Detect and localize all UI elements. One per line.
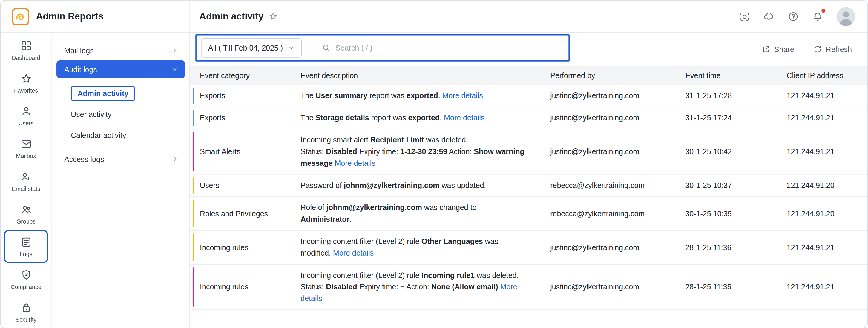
date-filter-dropdown[interactable]: All ( Till Feb 04, 2025 ) xyxy=(201,38,302,58)
cell-performed-by: justinc@zylkertraining.com xyxy=(550,237,685,258)
rail-item-favorites[interactable]: Favorites xyxy=(4,66,48,99)
column-header-event-category: Event category xyxy=(200,70,301,81)
column-header-event-description: Event description xyxy=(301,70,550,81)
help-icon[interactable] xyxy=(788,11,799,22)
table-row[interactable]: Incoming rulesIncoming content filter (L… xyxy=(190,231,867,265)
cell-event-category: Exports xyxy=(200,107,301,129)
refresh-button[interactable]: Refresh xyxy=(813,45,852,54)
app-title: Admin Reports xyxy=(36,11,103,22)
filter-highlight-box: All ( Till Feb 04, 2025 ) xyxy=(195,34,569,62)
cell-client-ip: 121.244.91.21 xyxy=(787,85,868,107)
cell-event-description: Incoming smart alert Recipient Limit was… xyxy=(301,129,550,174)
sidebar-item-audit-logs[interactable]: Audit logs xyxy=(57,60,185,78)
rail-item-groups[interactable]: Groups xyxy=(4,197,48,230)
cell-event-time: 30-1-25 10:42 xyxy=(685,141,786,163)
more-details-link[interactable]: More details xyxy=(444,114,485,122)
cell-event-description: The User summary report was exported. Mo… xyxy=(301,85,550,107)
cell-performed-by: justinc@zylkertraining.com xyxy=(550,276,685,298)
sidebar-item-label: Audit logs xyxy=(64,65,172,74)
sidebar-item-label: Access logs xyxy=(64,155,172,163)
chevron-right-icon xyxy=(172,47,178,54)
table-row[interactable]: UsersPassword of johnm@zylkertraining.co… xyxy=(190,175,867,197)
search-icon xyxy=(322,44,331,52)
favorites-icon xyxy=(20,73,32,84)
table-row[interactable]: Incoming rulesIncoming content filter (L… xyxy=(190,265,867,310)
cell-event-description: Password of johnm@zylkertraining.com was… xyxy=(301,175,550,196)
table-row[interactable]: Smart AlertsIncoming smart alert Recipie… xyxy=(190,129,867,175)
table-row[interactable]: ExportsThe User summary report was expor… xyxy=(190,85,867,107)
cell-event-time: 28-1-25 11:35 xyxy=(685,276,786,298)
sidebar-item-access-logs[interactable]: Access logs xyxy=(57,150,185,168)
rail-item-logs[interactable]: Logs xyxy=(4,230,48,263)
cell-event-category: Users xyxy=(200,175,301,196)
sidebar-item-label: Calendar activity xyxy=(71,131,126,139)
more-details-link[interactable]: More details xyxy=(442,91,483,100)
top-bar: Admin Reports Admin activity xyxy=(1,1,867,33)
table-actions: Share Refresh xyxy=(762,33,852,66)
screen-capture-icon[interactable] xyxy=(739,11,750,22)
search-input[interactable] xyxy=(335,44,519,52)
notification-dot xyxy=(822,9,825,12)
row-accent-bar xyxy=(193,132,194,171)
more-details-link[interactable]: More details xyxy=(333,249,374,257)
table-row[interactable]: ExportsThe Storage details report was ex… xyxy=(190,107,867,129)
app-window: Admin Reports Admin activity xyxy=(0,0,868,328)
rail-item-label: Groups xyxy=(17,218,35,224)
page-title: Admin activity xyxy=(199,11,264,22)
table-header: Event categoryEvent descriptionPerformed… xyxy=(190,66,867,85)
more-details-link[interactable]: More details xyxy=(335,159,375,168)
refresh-label: Refresh xyxy=(826,45,852,54)
share-button[interactable]: Share xyxy=(762,45,794,54)
sidebar-item-user-activity[interactable]: User activity xyxy=(52,104,189,125)
rail-item-dashboard[interactable]: Dashboard xyxy=(4,34,48,66)
row-accent-bar xyxy=(193,177,194,194)
share-icon xyxy=(762,45,771,54)
users-icon xyxy=(20,105,32,117)
cell-event-time: 30-1-25 10:37 xyxy=(685,175,786,196)
row-accent-bar xyxy=(193,88,194,104)
sidebar-children: Admin activityUser activityCalendar acti… xyxy=(52,79,189,149)
cloud-download-icon[interactable] xyxy=(764,11,775,22)
row-accent-bar xyxy=(193,267,194,307)
search-box[interactable] xyxy=(322,39,520,57)
chevron-right-icon xyxy=(172,156,178,163)
table-row[interactable]: Roles and PrivilegesRole of johnm@zylker… xyxy=(190,197,867,231)
cell-event-description: Incoming content filter (Level 2) rule O… xyxy=(301,231,550,264)
refresh-icon xyxy=(813,45,822,54)
rail-item-email-stats[interactable]: Email stats xyxy=(4,165,48,197)
compliance-icon xyxy=(20,269,32,280)
main-content: All ( Till Feb 04, 2025 ) xyxy=(190,33,867,327)
column-header-event-time: Event time xyxy=(685,70,786,81)
row-accent-bar xyxy=(193,234,194,261)
mailbox-icon xyxy=(20,138,32,149)
cell-client-ip: 121.244.91.21 xyxy=(787,276,868,298)
sidebar-item-label: Mail logs xyxy=(64,46,172,55)
app-logo-icon xyxy=(12,7,29,25)
icon-rail: DashboardFavoritesUsersMailboxEmail stat… xyxy=(1,33,52,327)
audit-table: Event categoryEvent descriptionPerformed… xyxy=(190,66,867,328)
sidebar-item-admin-activity[interactable]: Admin activity xyxy=(52,83,189,104)
cell-event-category: Smart Alerts xyxy=(200,141,301,163)
column-header-performed-by: Performed by xyxy=(550,70,685,81)
table-body: ExportsThe User summary report was expor… xyxy=(190,85,867,310)
rail-item-label: Favorites xyxy=(14,87,38,93)
cell-event-category: Exports xyxy=(200,85,301,107)
row-accent-bar xyxy=(193,110,194,126)
rail-item-label: Logs xyxy=(20,250,32,257)
favorite-star-icon[interactable] xyxy=(269,12,278,21)
rail-item-compliance[interactable]: Compliance xyxy=(4,263,48,295)
cell-performed-by: justinc@zylkertraining.com xyxy=(550,107,685,129)
avatar[interactable] xyxy=(836,7,855,26)
share-label: Share xyxy=(774,45,794,54)
sidebar-item-mail-logs[interactable]: Mail logs xyxy=(57,42,185,59)
sidebar-item-calendar-activity[interactable]: Calendar activity xyxy=(52,125,189,146)
rail-item-mailbox[interactable]: Mailbox xyxy=(4,132,48,165)
cell-client-ip: 121.244.91.21 xyxy=(787,107,868,129)
email-stats-icon xyxy=(20,171,32,182)
cell-event-description: The Storage details report was exported.… xyxy=(301,107,550,129)
rail-item-users[interactable]: Users xyxy=(4,99,48,132)
cell-event-description: Incoming content filter (Level 2) rule I… xyxy=(301,265,550,309)
toolbar: All ( Till Feb 04, 2025 ) xyxy=(190,33,867,66)
rail-item-security[interactable]: Security xyxy=(4,296,48,328)
notifications-icon[interactable] xyxy=(812,11,823,22)
